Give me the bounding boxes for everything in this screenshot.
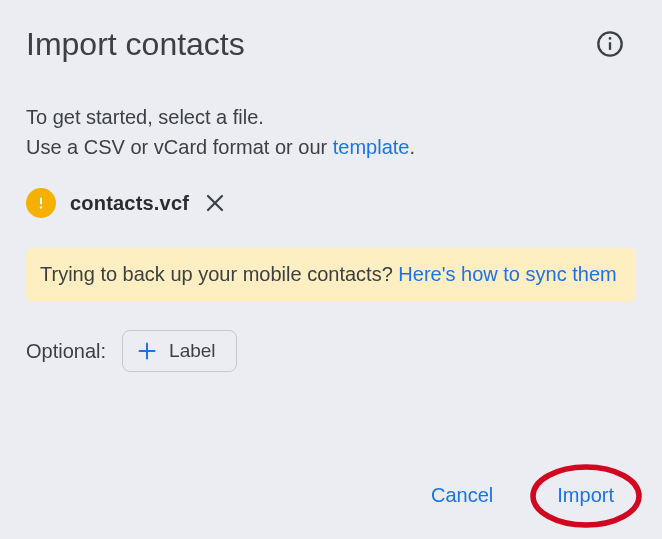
sync-help-link[interactable]: Here's how to sync them xyxy=(398,263,616,285)
svg-point-2 xyxy=(609,38,610,39)
plus-icon xyxy=(137,341,157,361)
svg-rect-3 xyxy=(40,198,42,205)
remove-file-button[interactable] xyxy=(201,189,229,217)
import-button-wrapper: Import xyxy=(539,474,632,517)
optional-label: Optional: xyxy=(26,340,106,363)
cancel-button[interactable]: Cancel xyxy=(421,478,503,513)
add-label-button[interactable]: Label xyxy=(122,330,237,372)
warning-badge xyxy=(26,188,56,218)
selected-file-row: contacts.vcf xyxy=(26,188,636,218)
file-name: contacts.vcf xyxy=(70,192,189,215)
backup-tip-banner: Trying to back up your mobile contacts? … xyxy=(26,248,636,302)
instructions-line1: To get started, select a file. xyxy=(26,106,264,128)
exclamation-icon xyxy=(33,195,49,211)
instructions-line2-suffix: . xyxy=(410,136,416,158)
instructions-text: To get started, select a file. Use a CSV… xyxy=(26,102,636,162)
template-link[interactable]: template xyxy=(333,136,410,158)
import-button[interactable]: Import xyxy=(539,474,632,517)
dialog-actions: Cancel Import xyxy=(421,474,632,517)
info-icon xyxy=(596,30,624,58)
dialog-title: Import contacts xyxy=(26,26,245,63)
label-button-text: Label xyxy=(169,340,216,362)
instructions-line2-prefix: Use a CSV or vCard format or our xyxy=(26,136,333,158)
optional-row: Optional: Label xyxy=(26,330,636,372)
svg-point-4 xyxy=(40,206,42,208)
dialog-header: Import contacts xyxy=(26,24,636,64)
import-contacts-dialog: Import contacts To get started, select a… xyxy=(0,0,662,539)
close-icon xyxy=(205,193,225,213)
tip-text: Trying to back up your mobile contacts? xyxy=(40,263,398,285)
info-button[interactable] xyxy=(590,24,630,64)
